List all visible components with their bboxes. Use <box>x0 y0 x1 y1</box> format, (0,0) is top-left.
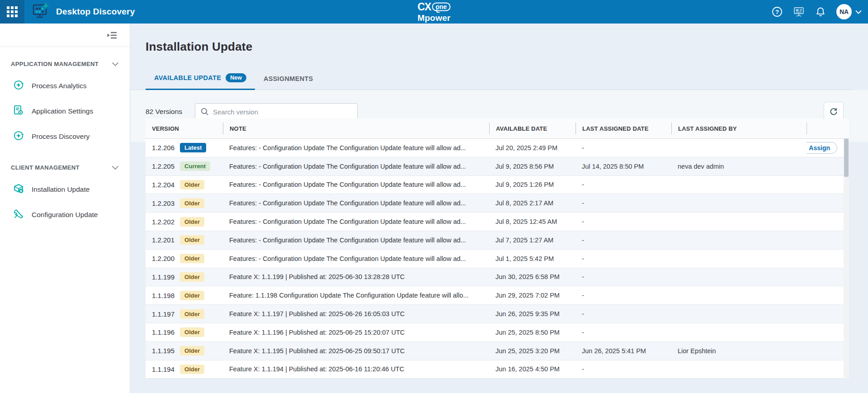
user-menu[interactable]: NA <box>836 4 862 19</box>
vertical-scrollbar[interactable] <box>844 139 849 379</box>
version-status-badge: Older <box>180 254 204 263</box>
app-launcher-button[interactable] <box>0 0 24 24</box>
table-row[interactable]: 1.2.200 Older Features: - Configuration … <box>146 250 844 268</box>
row-note: Feature X: 1.1.194 | Published at: 2025-… <box>223 365 489 373</box>
row-version: 1.1.197 <box>152 310 175 318</box>
row-version: 1.2.200 <box>152 255 175 262</box>
sidebar-item-installation-update[interactable]: Installation Update <box>11 183 119 196</box>
row-version: 1.1.198 <box>152 292 175 299</box>
sidebar-collapse-icon[interactable] <box>106 30 118 41</box>
help-icon[interactable]: ? <box>771 6 783 18</box>
row-available-date: Jul 9, 2025 1:26 PM <box>489 181 576 188</box>
table-row[interactable]: 1.1.198 Older Feature: 1.1.198 Configura… <box>146 286 844 305</box>
sidebar-item-process-analytics[interactable]: Process Analytics <box>11 79 119 93</box>
row-available-date: Jun 25, 2025 8:50 PM <box>489 329 576 336</box>
col-note[interactable]: NOTE <box>223 123 489 134</box>
row-note: Features: - Configuration Update The Con… <box>223 199 489 207</box>
row-last-assigned-date: - <box>576 199 671 207</box>
row-version: 1.2.204 <box>152 181 175 189</box>
row-note: Features: - Configuration Update The Con… <box>223 218 489 225</box>
table-row[interactable]: 1.1.196 Older Feature X: 1.1.196 | Publi… <box>146 323 844 342</box>
row-last-assigned-date: Jul 14, 2025 8:50 PM <box>576 163 671 170</box>
section-label: CLIENT MANAGEMENT <box>11 164 80 171</box>
row-note: Features: - Configuration Update The Con… <box>223 237 489 244</box>
version-status-badge: Older <box>180 327 204 337</box>
tab-available-update[interactable]: AVAILABLE UPDATE New <box>146 73 255 90</box>
version-status-badge: Older <box>180 309 204 319</box>
notifications-bell-icon[interactable] <box>815 6 826 18</box>
sidebar-item-application-settings[interactable]: Application Settings <box>11 104 119 118</box>
row-available-date: Jul 20, 2025 2:49 PM <box>489 144 576 152</box>
row-last-assigned-date: - <box>576 237 671 244</box>
row-version: 1.1.195 <box>152 347 175 355</box>
sidebar-item-configuration-update[interactable]: Configuration Update <box>11 208 119 222</box>
col-version[interactable]: VERSION <box>146 123 223 134</box>
tab-assignments[interactable]: ASSIGNMENTS <box>255 75 322 90</box>
scrollbar-thumb[interactable] <box>844 139 849 177</box>
grid-icon <box>7 6 18 17</box>
row-last-assigned-by: neva dev admin <box>671 163 807 170</box>
row-note: Feature: 1.1.198 Configuration Update Th… <box>223 292 489 299</box>
row-available-date: Jun 30, 2025 6:58 PM <box>489 273 576 280</box>
table-row[interactable]: 1.2.205 Current Features: - Configuratio… <box>146 157 844 176</box>
avatar[interactable]: NA <box>836 4 852 19</box>
table-body: 1.2.206 Latest Features: - Configuration… <box>146 139 844 379</box>
tabs: AVAILABLE UPDATE New ASSIGNMENTS <box>146 69 322 90</box>
table-row[interactable]: 1.2.201 Older Features: - Configuration … <box>146 231 844 250</box>
col-available-date[interactable]: AVAILABLE DATE <box>489 123 576 134</box>
row-last-assigned-date: - <box>576 365 671 373</box>
table-row[interactable]: 1.2.203 Older Features: - Configuration … <box>146 194 844 213</box>
cxone-mpower-logo: CX one Mpower <box>418 2 451 22</box>
sidebar-item-process-discovery[interactable]: Process Discovery <box>11 130 119 143</box>
row-version: 1.2.202 <box>152 218 175 226</box>
versions-count: 82 Versions <box>146 108 182 116</box>
section-client-management[interactable]: CLIENT MANAGEMENT <box>11 164 119 171</box>
table-row[interactable]: 1.1.199 Older Feature X: 1.1.199 | Publi… <box>146 268 844 287</box>
col-last-assigned-date[interactable]: LAST ASSIGNED DATE <box>576 123 671 134</box>
sidebar: APPLICATION MANAGEMENT Process Analytics <box>0 24 130 393</box>
row-last-assigned-date: - <box>576 310 671 317</box>
sidebar-item-label: Process Analytics <box>32 82 86 90</box>
assign-button[interactable]: Assign <box>807 142 837 154</box>
search-input[interactable] <box>213 108 352 116</box>
table-row[interactable]: 1.1.195 Older Feature X: 1.1.195 | Publi… <box>146 342 844 360</box>
table-row[interactable]: 1.2.204 Older Features: - Configuration … <box>146 176 844 194</box>
table-row[interactable]: 1.1.197 Older Feature X: 1.1.197 | Publi… <box>146 305 844 323</box>
row-available-date: Jul 8, 2025 2:17 AM <box>489 199 576 207</box>
row-last-assigned-date: - <box>576 329 671 336</box>
configuration-update-icon <box>13 208 24 222</box>
sidebar-item-label: Application Settings <box>32 107 93 115</box>
table-row[interactable]: 1.2.202 Older Features: - Configuration … <box>146 213 844 231</box>
version-status-badge: Older <box>180 235 204 245</box>
table-row[interactable]: 1.1.194 Older Feature X: 1.1.194 | Publi… <box>146 360 844 379</box>
desktop-discovery-app-icon <box>32 2 50 21</box>
sidebar-item-label: Process Discovery <box>32 133 90 141</box>
row-version: 1.2.206 <box>152 144 175 152</box>
search-box[interactable] <box>195 103 358 120</box>
sidebar-item-label: Installation Update <box>32 185 90 194</box>
main-content: Installation Update AVAILABLE UPDATE New… <box>131 24 868 393</box>
row-note: Feature X: 1.1.195 | Published at: 2025-… <box>223 347 489 355</box>
row-available-date: Jul 1, 2025 5:42 PM <box>489 255 576 262</box>
row-version: 1.2.203 <box>152 199 175 207</box>
row-last-assigned-date: - <box>576 292 671 299</box>
page-title: Installation Update <box>146 40 252 54</box>
row-available-date: Jul 7, 2025 1:27 AM <box>489 237 576 244</box>
version-status-badge: Older <box>180 217 204 227</box>
col-last-assigned-by[interactable]: LAST ASSIGNED BY <box>671 123 807 134</box>
application-settings-icon <box>13 104 24 118</box>
row-last-assigned-date: - <box>576 218 671 225</box>
presentation-icon[interactable] <box>793 6 805 18</box>
row-note: Features: - Configuration Update The Con… <box>223 144 489 152</box>
table-row[interactable]: 1.2.206 Latest Features: - Configuration… <box>146 139 844 157</box>
row-note: Feature X: 1.1.199 | Published at: 2025-… <box>223 273 489 280</box>
row-note: Features: - Configuration Update The Con… <box>223 163 489 170</box>
version-status-badge: Older <box>180 199 204 208</box>
row-last-assigned-date: - <box>576 273 671 280</box>
section-application-management[interactable]: APPLICATION MANAGEMENT <box>11 61 119 67</box>
svg-text:?: ? <box>775 9 779 15</box>
search-icon <box>201 108 209 116</box>
new-badge: New <box>226 73 246 82</box>
row-available-date: Jun 26, 2025 9:35 PM <box>489 310 576 317</box>
refresh-icon <box>829 107 839 117</box>
